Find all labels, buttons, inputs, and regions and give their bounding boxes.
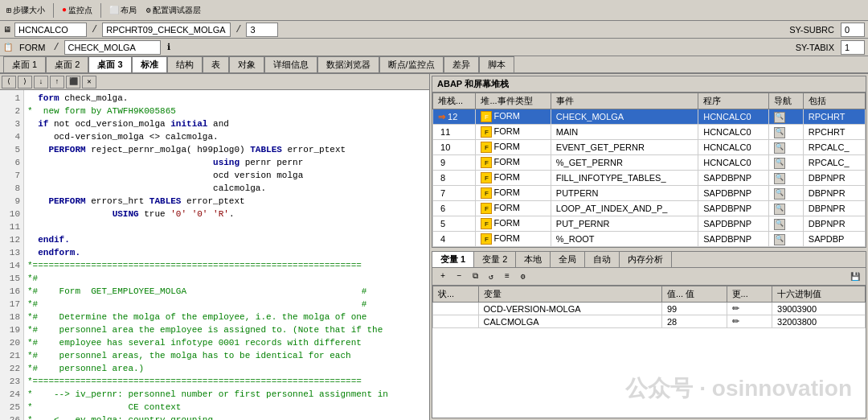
toolbar-layout2-btn[interactable]: ⬜ 布局: [106, 3, 140, 18]
line-numbers: 12345 678910 1112131415 1617181920 21222…: [0, 90, 24, 420]
form-type-label: FORM: [16, 43, 48, 52]
code-btn-1[interactable]: ⟨: [2, 76, 16, 89]
form-input[interactable]: [102, 23, 231, 37]
vars-row[interactable]: CALCMOLGA 28 ✏ 32003800: [433, 315, 866, 328]
code-line-15: *#: [27, 272, 426, 285]
code-line-4: ocd-version_molga <> calcmolga.: [27, 130, 426, 143]
form-name-input[interactable]: [64, 40, 161, 55]
stack-cell-nav: 🔍: [769, 232, 803, 247]
tab-data-browser[interactable]: 数据浏览器: [317, 56, 379, 72]
vars-btn-add[interactable]: +: [436, 270, 450, 283]
sy-subrc-value[interactable]: [841, 23, 865, 37]
vars-table: 状... 变量 值... 值 更... 十六进制值 OCD-VERSION-MO…: [432, 286, 866, 328]
vars-toolbar: + − ⧉ ↺ ≡ ⚙ 💾: [432, 268, 866, 286]
stack-cell-type: FFORM: [476, 125, 551, 140]
code-editor[interactable]: form check_molga. * new form by ATWFH9K0…: [24, 90, 429, 420]
stack-cell-nav: 🔍: [769, 140, 803, 155]
code-toolbar: ⟨ ⟩ ↓ ↑ ⬛ ✕: [0, 74, 429, 90]
col-type: 堆...事件类型: [476, 93, 551, 109]
vars-btn-settings[interactable]: ⚙: [516, 270, 530, 283]
sy-tabix-value[interactable]: [841, 40, 865, 55]
toolbar-monitor-btn[interactable]: ● 监控点: [59, 3, 96, 18]
stack-cell-program: SAPDBPNP: [698, 232, 769, 247]
code-line-3: if not ocd_version_molga initial and: [27, 117, 426, 130]
stack-row[interactable]: 4 FFORM %_ROOT SAPDBPNP 🔍 SAPDBP: [433, 232, 866, 247]
stack-row[interactable]: 10 FFORM EVENT_GET_PERNR HCNCALC0 🔍 RPCA…: [433, 140, 866, 155]
vars-tab-auto[interactable]: 自动: [585, 252, 620, 267]
vars-btn-delete[interactable]: −: [452, 270, 466, 283]
stack-cell-event: %_GET_PERNR: [551, 155, 698, 171]
vars-table-container: 状... 变量 值... 值 更... 十六进制值 OCD-VERSION-MO…: [432, 286, 866, 328]
toolbar-layout-btn[interactable]: ⊞ 步骤大小: [3, 3, 48, 18]
code-btn-5[interactable]: ⬛: [66, 76, 80, 89]
tab-object[interactable]: 对象: [229, 56, 264, 72]
vars-col-hex: 十六进制值: [772, 286, 866, 303]
vars-tab-2[interactable]: 变量 2: [474, 252, 516, 267]
vars-tab-global[interactable]: 全局: [551, 252, 585, 267]
tab-detail[interactable]: 详细信息: [264, 56, 317, 72]
code-line-9: PERFORM errors_hrt TABLES error_ptext: [27, 195, 426, 208]
stack-cell-type: FFORM: [476, 232, 551, 247]
tab-table[interactable]: 表: [203, 56, 229, 72]
stack-row[interactable]: 9 FFORM %_GET_PERNR HCNCALC0 🔍 RPCALC_: [433, 155, 866, 171]
tab-diff[interactable]: 差异: [444, 56, 479, 72]
tab-desktop2[interactable]: 桌面 2: [46, 56, 88, 72]
tab-desktop1[interactable]: 桌面 1: [3, 56, 46, 72]
stack-row[interactable]: 8 FFORM FILL_INFOTYPE_TABLES_ SAPDBPNP 🔍…: [433, 171, 866, 186]
stack-cell-include: RPCHRT: [803, 109, 865, 125]
code-line-19: *# personnel area the employee is assign…: [27, 323, 426, 336]
vars-btn-tree[interactable]: ≡: [500, 270, 514, 283]
main-toolbar: ⊞ 步骤大小 ● 监控点 ⬜ 布局 ⚙ 配置调试器层: [0, 0, 868, 21]
toolbar-config-btn[interactable]: ⚙ 配置调试器层: [143, 3, 204, 18]
code-line-25: * CE context: [27, 401, 426, 414]
col-nav: 导航: [769, 93, 803, 109]
vars-cell-name: OCD-VERSION-MOLGA: [478, 303, 661, 315]
vars-tab-memory[interactable]: 内存分析: [620, 252, 672, 267]
tab-standard[interactable]: 标准: [132, 56, 167, 72]
code-btn-close[interactable]: ✕: [82, 76, 96, 89]
config-icon: ⚙: [146, 6, 151, 15]
code-line-11: [27, 220, 426, 233]
vars-tab-1[interactable]: 变量 1: [432, 252, 474, 267]
vars-tab-local[interactable]: 本地: [516, 252, 551, 267]
stack-row[interactable]: 5 FFORM PUT_PERNR SAPDBPNP 🔍 DBPNPR: [433, 216, 866, 232]
vars-btn-save[interactable]: 💾: [848, 270, 862, 283]
tab-structure[interactable]: 结构: [167, 56, 203, 72]
address-bar-2: 📋 FORM / ℹ SY-TABIX: [0, 39, 868, 56]
save-icon-btn[interactable]: 💾: [848, 270, 862, 283]
program-input[interactable]: [14, 23, 87, 37]
vars-btn-copy[interactable]: ⧉: [468, 270, 482, 283]
stack-cell-include: DBPNPR: [803, 201, 865, 216]
vars-col-value: 值... 值: [662, 286, 727, 303]
stack-row[interactable]: 11 FFORM MAIN HCNCALC0 🔍 RPCHRT: [433, 125, 866, 140]
tab-breakpoints[interactable]: 断点/监控点: [379, 56, 444, 72]
code-btn-4[interactable]: ↑: [50, 76, 64, 89]
stack-cell-event: CHECK_MOLGA: [551, 109, 698, 125]
stack-table-container: 堆栈... 堆...事件类型 事件 程序 导航 包括 ⇒ 12 FFORM CH…: [432, 93, 866, 247]
vars-row[interactable]: OCD-VERSION-MOLGA 99 ✏ 39003900: [433, 303, 866, 315]
tab-script[interactable]: 脚本: [479, 56, 514, 72]
layout-icon: ⊞: [6, 6, 11, 15]
code-line-5: PERFORM reject_pernr_molga( h99plog0) TA…: [27, 143, 426, 156]
vars-col-more: 更...: [727, 286, 772, 303]
vars-cell-hex: 32003800: [772, 315, 866, 328]
code-btn-3[interactable]: ↓: [34, 76, 48, 89]
stack-row[interactable]: ⇒ 12 FFORM CHECK_MOLGA HCNCALC0 🔍 RPCHRT: [433, 109, 866, 125]
stack-cell-type: FFORM: [476, 171, 551, 186]
stack-cell-type: FFORM: [476, 140, 551, 155]
code-btn-2[interactable]: ⟩: [18, 76, 32, 89]
vars-cell-name: CALCMOLGA: [478, 315, 661, 328]
code-line-21: *# personnel areas, the molga has to be …: [27, 349, 426, 362]
tab-desktop3[interactable]: 桌面 3: [88, 56, 131, 72]
number-input[interactable]: [246, 23, 278, 37]
stack-row[interactable]: 7 FFORM PUTPERN SAPDBPNP 🔍 DBPNPR: [433, 186, 866, 201]
vars-btn-refresh[interactable]: ↺: [484, 270, 498, 283]
right-panel: ABAP 和屏幕堆栈 堆栈... 堆...事件类型 事件 程序 导航 包括: [430, 74, 868, 420]
stack-cell-event: PUT_PERNR: [551, 216, 698, 232]
stack-cell-program: SAPDBPNP: [698, 171, 769, 186]
stack-cell-event: PUTPERN: [551, 186, 698, 201]
code-line-12: endif.: [27, 233, 426, 246]
stack-row[interactable]: 6 FFORM LOOP_AT_INDEX_AND_P_ SAPDBPNP 🔍 …: [433, 201, 866, 216]
stack-cell-type: FFORM: [476, 186, 551, 201]
stack-cell-num: ⇒ 12: [433, 109, 476, 125]
